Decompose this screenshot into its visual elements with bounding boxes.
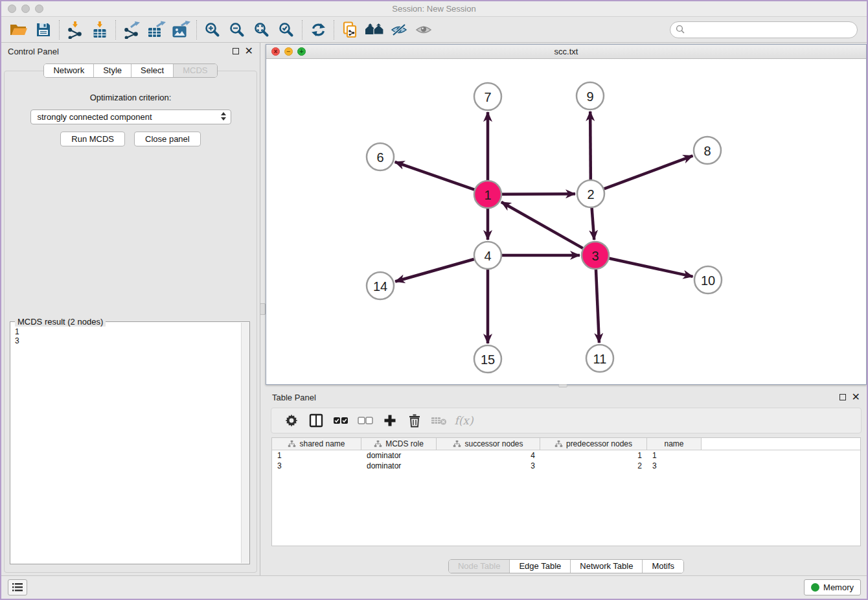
shared-column-icon bbox=[554, 440, 563, 448]
node-label-15: 15 bbox=[481, 352, 495, 367]
mcds-result-text[interactable]: 1 3 bbox=[10, 323, 240, 564]
save-session-icon[interactable] bbox=[31, 19, 56, 41]
gear-icon[interactable] bbox=[280, 410, 303, 431]
add-column-icon[interactable] bbox=[379, 410, 401, 431]
tab-select[interactable]: Select bbox=[131, 64, 174, 77]
zoom-out-icon[interactable] bbox=[225, 19, 249, 41]
homes-icon[interactable] bbox=[362, 19, 387, 41]
float-panel-icon[interactable] bbox=[233, 48, 239, 54]
application-window: Session: New Session bbox=[0, 0, 868, 600]
show-details-eye-icon[interactable] bbox=[411, 19, 436, 41]
column-header-name[interactable]: name bbox=[647, 438, 702, 450]
column-label: name bbox=[664, 439, 683, 448]
column-header-shared-name[interactable]: shared name bbox=[272, 438, 361, 450]
tab-mcds[interactable]: MCDS bbox=[174, 64, 216, 77]
table-row[interactable]: 3 dominator 3 2 3 bbox=[272, 461, 860, 471]
export-image-icon[interactable] bbox=[168, 19, 193, 41]
table-tabs: Node Table Edge Table Network Table Moti… bbox=[448, 559, 684, 573]
tab-edge-table[interactable]: Edge Table bbox=[510, 560, 571, 573]
function-builder-icon[interactable]: f(x) bbox=[453, 410, 475, 431]
delete-column-icon[interactable] bbox=[404, 410, 426, 431]
window-titlebar: Session: New Session bbox=[1, 1, 867, 17]
zoom-fit-icon[interactable] bbox=[249, 19, 274, 41]
memory-status-icon bbox=[811, 583, 819, 592]
toolbar-separator bbox=[334, 20, 334, 40]
import-table-icon[interactable] bbox=[87, 19, 112, 41]
node-table[interactable]: shared name MCDS role successor nodes pr… bbox=[271, 437, 861, 546]
result-scrollbar[interactable] bbox=[241, 323, 249, 563]
vertical-splitter-handle[interactable] bbox=[260, 303, 266, 315]
zoom-in-icon[interactable] bbox=[200, 19, 225, 41]
run-mcds-button[interactable]: Run MCDS bbox=[60, 132, 125, 146]
horizontal-splitter-handle[interactable] bbox=[558, 384, 567, 387]
tab-node-table[interactable]: Node Table bbox=[449, 560, 510, 573]
network-frame-title: scc.txt bbox=[266, 47, 866, 56]
toolbar-separator bbox=[59, 20, 60, 40]
refresh-view-icon[interactable] bbox=[306, 19, 330, 41]
shared-column-icon bbox=[288, 440, 296, 448]
search-input[interactable] bbox=[689, 25, 852, 34]
search-icon bbox=[676, 25, 685, 34]
cell-shared-name: 3 bbox=[272, 461, 361, 470]
cell-shared-name: 1 bbox=[272, 451, 361, 460]
column-view-icon[interactable] bbox=[305, 410, 327, 431]
delete-table-icon[interactable] bbox=[428, 410, 450, 431]
mcds-result-group: MCDS result (2 nodes) 1 3 bbox=[10, 321, 250, 564]
close-panel-icon[interactable]: ✕ bbox=[245, 48, 253, 54]
node-label-1: 1 bbox=[484, 188, 491, 202]
table-row[interactable]: 1 dominator 4 1 1 bbox=[272, 450, 860, 461]
select-all-icon[interactable] bbox=[330, 410, 352, 431]
task-history-button[interactable] bbox=[8, 579, 27, 595]
network-view-frame: × − + scc.txt 7968124314101511 bbox=[266, 44, 867, 385]
float-table-panel-icon[interactable] bbox=[839, 394, 846, 400]
zoom-selected-icon[interactable] bbox=[274, 19, 299, 41]
memory-label: Memory bbox=[823, 583, 854, 592]
column-header-predecessor-nodes[interactable]: predecessor nodes bbox=[540, 438, 647, 450]
node-label-2: 2 bbox=[587, 187, 594, 202]
network-canvas[interactable]: 7968124314101511 bbox=[266, 59, 866, 385]
memory-button[interactable]: Memory bbox=[804, 579, 861, 595]
node-label-10: 10 bbox=[701, 273, 715, 288]
column-label: successor nodes bbox=[464, 439, 523, 448]
table-panel-header: Table Panel ✕ bbox=[266, 389, 867, 406]
tab-network[interactable]: Network bbox=[44, 64, 94, 77]
tab-motifs[interactable]: Motifs bbox=[643, 560, 683, 573]
edge-2-9[interactable] bbox=[590, 111, 591, 179]
tab-style[interactable]: Style bbox=[94, 64, 131, 77]
window-title: Session: New Session bbox=[1, 4, 867, 14]
toolbar-separator bbox=[196, 20, 197, 40]
column-header-successor-nodes[interactable]: successor nodes bbox=[437, 438, 540, 450]
edge-1-6[interactable] bbox=[395, 162, 475, 190]
optimization-criterion-label: Optimization criterion: bbox=[5, 93, 257, 102]
close-panel-button[interactable]: Close panel bbox=[134, 132, 201, 146]
edge-3-1[interactable] bbox=[501, 202, 583, 248]
node-label-3: 3 bbox=[591, 249, 599, 263]
cell-name: 1 bbox=[647, 451, 702, 460]
open-session-icon[interactable] bbox=[6, 19, 31, 41]
node-label-7: 7 bbox=[484, 90, 491, 104]
column-header-mcds-role[interactable]: MCDS role bbox=[361, 438, 437, 450]
edge-2-8[interactable] bbox=[604, 156, 693, 189]
column-label: MCDS role bbox=[385, 439, 424, 448]
node-label-4: 4 bbox=[484, 249, 491, 263]
deselect-all-icon[interactable] bbox=[354, 410, 376, 431]
node-label-11: 11 bbox=[593, 352, 607, 366]
close-table-panel-icon[interactable]: ✕ bbox=[852, 394, 860, 400]
ndex-documents-icon[interactable] bbox=[337, 19, 362, 41]
edge-3-10[interactable] bbox=[609, 259, 692, 277]
column-label: predecessor nodes bbox=[566, 439, 632, 448]
import-network-icon[interactable] bbox=[63, 19, 87, 41]
edge-2-3[interactable] bbox=[592, 208, 595, 240]
export-table-icon[interactable] bbox=[144, 19, 168, 41]
edge-4-14[interactable] bbox=[395, 259, 474, 281]
hide-details-eye-slash-icon[interactable] bbox=[387, 19, 411, 41]
tab-network-table[interactable]: Network Table bbox=[571, 560, 643, 573]
edge-3-11[interactable] bbox=[596, 270, 599, 343]
list-icon bbox=[12, 583, 23, 592]
edge-1-2[interactable] bbox=[502, 194, 575, 194]
control-panel: Control Panel ✕ Network Style Select MCD… bbox=[1, 43, 260, 575]
export-network-icon[interactable] bbox=[119, 19, 144, 41]
search-field[interactable] bbox=[670, 21, 858, 38]
criterion-select[interactable]: strongly connected component bbox=[30, 110, 231, 124]
cell-successor-nodes: 4 bbox=[437, 451, 540, 460]
